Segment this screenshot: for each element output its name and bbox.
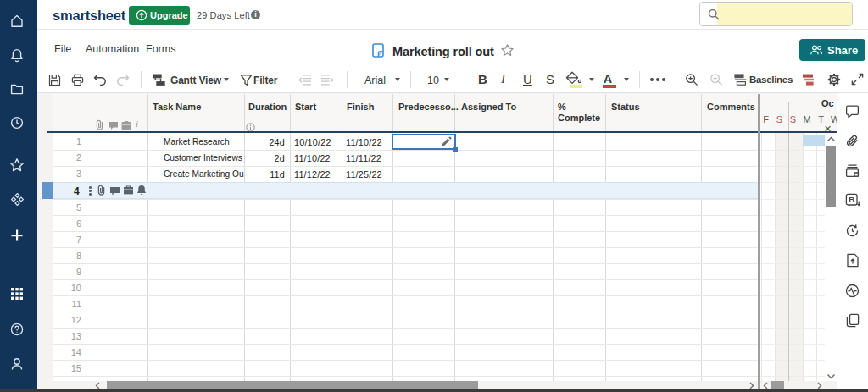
svg-text:B: B xyxy=(849,195,854,204)
